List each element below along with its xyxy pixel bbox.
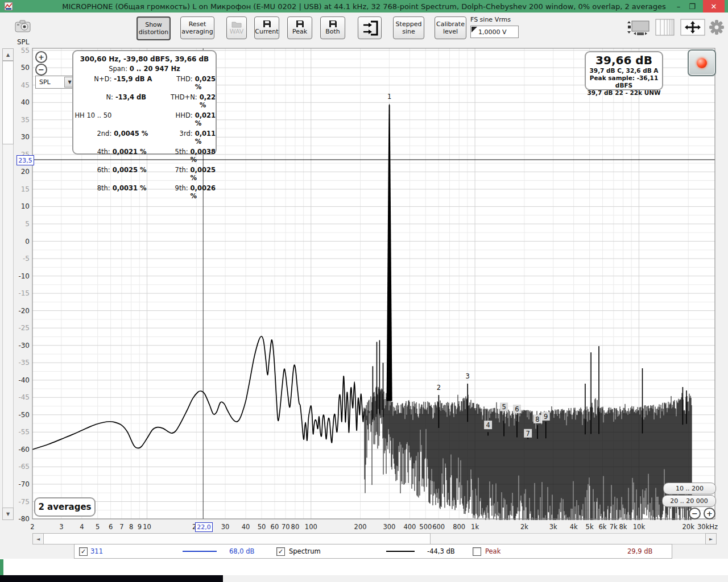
info-row: 4th:0,0021 % 5th:0,0038 % bbox=[73, 148, 216, 164]
level-bandwidth-value: 39,7 dB 22 - 22k UNW bbox=[586, 89, 662, 97]
svg-text:10: 10 bbox=[143, 523, 151, 531]
svg-text:300: 300 bbox=[383, 523, 395, 531]
level-db-value: 39,66 dB bbox=[586, 53, 662, 67]
averages-badge: 2 averages bbox=[34, 497, 96, 517]
scroll-right-button[interactable]: ► bbox=[705, 533, 717, 544]
y-zoom-in-button[interactable]: + bbox=[35, 51, 47, 63]
scroll-up-button[interactable]: ▲ bbox=[2, 48, 14, 61]
legend-value-spectrum: -44,3 dB bbox=[427, 547, 455, 555]
svg-text:-15: -15 bbox=[18, 289, 30, 297]
svg-text:1: 1 bbox=[387, 93, 391, 101]
record-icon bbox=[697, 58, 707, 68]
info-row: N+D:-15,9 dB A THD:0,025 % bbox=[73, 75, 216, 91]
svg-text:80: 80 bbox=[291, 523, 300, 531]
svg-text:6k: 6k bbox=[599, 523, 607, 531]
record-button[interactable] bbox=[688, 49, 716, 76]
svg-text:400: 400 bbox=[403, 523, 416, 531]
svg-text:-5: -5 bbox=[23, 255, 30, 263]
legend-line-spectrum bbox=[386, 551, 415, 552]
svg-text:8k: 8k bbox=[619, 523, 627, 531]
svg-text:-60: -60 bbox=[18, 446, 30, 454]
svg-text:-55: -55 bbox=[18, 428, 30, 436]
svg-text:-45: -45 bbox=[18, 393, 30, 401]
bottom-strip bbox=[0, 559, 728, 575]
range-20-20000-button[interactable]: 20 .. 20 000 bbox=[662, 495, 716, 507]
scroll-down-button[interactable]: ▼ bbox=[2, 508, 14, 520]
svg-text:10k: 10k bbox=[633, 523, 646, 531]
svg-text:800: 800 bbox=[453, 523, 465, 531]
svg-text:15: 15 bbox=[21, 185, 30, 193]
info-row: 2nd:0,0045 % 3rd:0,011 % bbox=[73, 130, 216, 146]
range-10-200-button[interactable]: 10 .. 200 bbox=[663, 483, 716, 494]
y-zoom-out-button[interactable]: − bbox=[35, 64, 47, 76]
svg-text:4: 4 bbox=[486, 421, 490, 429]
svg-text:2: 2 bbox=[437, 384, 441, 392]
svg-text:5k: 5k bbox=[586, 523, 594, 531]
svg-text:7: 7 bbox=[526, 430, 530, 438]
info-row: 6th:0,0025 % 7th:0,0025 % bbox=[73, 166, 216, 182]
svg-text:-65: -65 bbox=[18, 463, 30, 471]
svg-text:-40: -40 bbox=[18, 376, 30, 384]
svg-text:500: 500 bbox=[419, 523, 432, 531]
svg-text:55: 55 bbox=[21, 47, 30, 55]
span-value: 0 .. 20 947 Hz bbox=[130, 65, 180, 73]
legend-value-peak: 29,9 dB bbox=[627, 547, 652, 555]
window-edge-fragment bbox=[0, 559, 3, 575]
svg-text:5: 5 bbox=[25, 220, 30, 228]
svg-text:45: 45 bbox=[21, 81, 30, 89]
svg-text:30: 30 bbox=[221, 523, 230, 531]
svg-text:-35: -35 bbox=[18, 359, 30, 367]
peak-sample-value: Peak sample: -36,11 dBFS bbox=[586, 74, 662, 89]
svg-text:5: 5 bbox=[502, 403, 506, 411]
x-zoom-in-button[interactable]: + bbox=[704, 508, 715, 519]
svg-text:30: 30 bbox=[21, 133, 30, 141]
svg-text:50: 50 bbox=[21, 64, 30, 72]
svg-text:5: 5 bbox=[96, 523, 100, 531]
y-cursor-value-box[interactable]: 23,5 bbox=[16, 155, 34, 165]
svg-text:4k: 4k bbox=[570, 523, 578, 531]
span-readout: Span: 0 .. 20 947 Hz bbox=[73, 65, 216, 73]
svg-text:9: 9 bbox=[544, 413, 548, 421]
svg-text:200: 200 bbox=[354, 523, 367, 531]
svg-text:7k: 7k bbox=[610, 523, 618, 531]
level-readout-box: 39,66 dB 39,7 dB C, 32,6 dB A Peak sampl… bbox=[585, 51, 663, 90]
svg-text:35: 35 bbox=[21, 116, 30, 124]
level-weighted-values: 39,7 dB C, 32,6 dB A bbox=[586, 67, 662, 74]
vertical-scroll-thumb[interactable] bbox=[2, 61, 14, 144]
scroll-left-button[interactable]: ◄ bbox=[32, 533, 44, 544]
legend-checkbox-peak[interactable] bbox=[473, 547, 481, 556]
svg-text:-20: -20 bbox=[18, 307, 30, 315]
cursor-readout: 300,60 Hz, -39,80 dBFS, 39,66 dB bbox=[73, 55, 216, 63]
svg-text:2k: 2k bbox=[520, 523, 528, 531]
svg-text:20: 20 bbox=[21, 168, 30, 176]
svg-text:0: 0 bbox=[25, 238, 30, 246]
x-zoom-out-button[interactable]: − bbox=[689, 508, 701, 519]
taskbar-fragment bbox=[0, 575, 223, 582]
svg-text:20k: 20k bbox=[682, 523, 695, 531]
legend-bar: ✓ 311 68,0 dB ✓ Spectrum -44,3 dB Peak 2… bbox=[74, 544, 672, 559]
app-window: MICROPHONE (Общая громкость) L on Микроф… bbox=[0, 0, 728, 582]
svg-text:10: 10 bbox=[21, 202, 30, 210]
svg-text:9: 9 bbox=[138, 523, 142, 531]
info-row: N:-13,4 dB THD+N:0,22 % bbox=[73, 93, 216, 109]
legend-label-spectrum: Spectrum bbox=[289, 547, 321, 555]
legend-checkbox-311[interactable]: ✓ bbox=[79, 547, 88, 556]
y-axis-unit-label: SPL bbox=[17, 38, 30, 46]
horizontal-scroll-thumb[interactable] bbox=[43, 533, 431, 544]
info-row: 8th:0,0031 % 9th:0,0026 % bbox=[73, 184, 216, 200]
legend-label-311: 311 bbox=[90, 547, 103, 555]
svg-text:-30: -30 bbox=[18, 342, 30, 350]
svg-text:-80: -80 bbox=[18, 515, 30, 523]
y-scale-dropdown[interactable]: SPL ▼ bbox=[35, 76, 76, 89]
svg-text:40: 40 bbox=[21, 98, 30, 106]
svg-text:1k: 1k bbox=[471, 523, 479, 531]
svg-text:-75: -75 bbox=[18, 498, 30, 506]
svg-text:30kHz: 30kHz bbox=[697, 523, 718, 531]
svg-text:600: 600 bbox=[432, 523, 445, 531]
svg-text:40: 40 bbox=[242, 523, 250, 531]
svg-text:50: 50 bbox=[258, 523, 266, 531]
legend-checkbox-spectrum[interactable]: ✓ bbox=[276, 547, 285, 556]
x-cursor-value-box[interactable]: 22,0 bbox=[195, 522, 213, 532]
svg-text:6: 6 bbox=[515, 405, 519, 413]
svg-text:100: 100 bbox=[305, 523, 317, 531]
